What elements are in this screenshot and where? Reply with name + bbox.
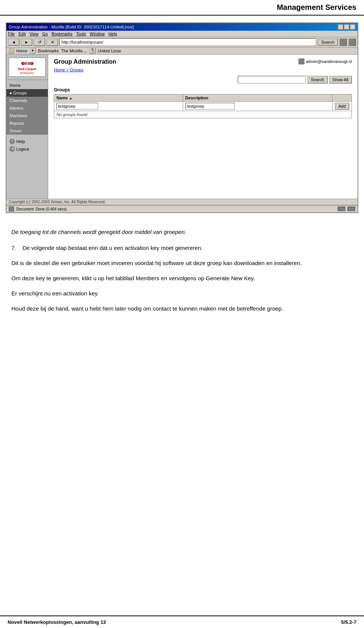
body-text-section: De toegang tot de channels wordt geregel… [0,220,364,327]
groups-title: Groups [54,87,352,93]
address-bar [60,38,316,46]
bookmark-home[interactable]: Home [16,49,27,53]
para2: Om deze key te genereren, klikt u op het… [11,274,353,283]
main-title: Group Administration [54,58,116,65]
main-content-area: Group Administration admin@sandevanvugt.… [48,55,358,199]
footer-right: 5/5.2-7 [341,619,356,625]
table-header-action [333,94,352,102]
statusbar-icon2 [348,207,355,211]
sidebar-bottom: ? Help ⇥ Logout [6,138,48,153]
show-all-button[interactable]: Show All [329,76,352,83]
sidebar-item-machines[interactable]: Machines [6,112,48,119]
table-row-no-groups: No groups found [54,111,352,118]
sort-arrow-icon: ▲ [69,96,72,100]
minimize-button[interactable]: _ [338,24,343,30]
sidebar: ⇐⇒ Red Carpet Enterprise Home ● Groups C… [6,55,48,199]
para4: Houd deze bij de hand, want u hebt hem l… [11,304,353,313]
add-button[interactable]: Add [335,103,349,110]
add-description-input[interactable] [185,103,235,110]
add-name-input[interactable] [56,103,98,110]
sidebar-item-channels[interactable]: Channels [6,97,48,104]
add-description-cell [183,102,333,111]
browser-icon2 [348,38,356,46]
logout-icon: ⇥ [9,146,15,152]
sidebar-item-home[interactable]: Home [6,82,48,89]
bookmark-bookmarks[interactable]: Bookmarks [38,49,59,53]
para3: Er verschijnt nu een activation key. [11,289,353,298]
close-button[interactable]: ✕ [350,24,355,30]
browser-search-button[interactable]: Search [318,39,338,46]
sidebar-item-server[interactable]: Server [6,127,48,135]
table-header-name: Name ▲ [54,94,183,102]
footer-left: Novell Netwerkoplossingen, aanvulling 13 [8,619,106,625]
menu-view[interactable]: View [30,31,39,36]
table-row-add: Add [54,102,352,111]
logout-label: Logout [16,147,29,151]
menu-help[interactable]: Help [108,31,117,36]
browser-titlebar: Group Administration - Mozilla [Build ID… [6,23,358,31]
sidebar-item-groups[interactable]: ● Groups [6,89,48,97]
browser-toolbar: ◄ ► ↺ ✕ Search [6,37,358,47]
groups-table: Name ▲ Description [54,94,352,118]
para1: Dit is de sleutel die een gebruiker moet… [11,259,353,268]
menu-bookmarks[interactable]: Bookmarks [52,31,72,36]
status-text: Document: Done (0.464 secs) [16,207,67,211]
admin-email: admin@sandevanvugt.nl [306,59,352,64]
page-footer: Novell Netwerkoplossingen, aanvulling 13… [0,615,364,628]
add-button-cell: Add [333,102,352,111]
forward-button[interactable]: ► [21,39,32,46]
caption-paragraph: De toegang tot de channels wordt geregel… [11,228,353,237]
browser-window: Group Administration - Mozilla [Build ID… [6,22,358,213]
address-input[interactable] [60,38,316,46]
admin-icon [298,58,304,64]
sidebar-item-help[interactable]: ? Help [6,138,48,145]
page-title: Management Services [8,3,356,12]
sidebar-logo: ⇐⇒ Red Carpet Enterprise [6,55,48,80]
search-button[interactable]: Search [308,76,328,83]
browser-statusbar: Document: Done (0.464 secs) [6,205,358,212]
window-controls: _ □ ✕ [338,24,355,30]
menu-edit[interactable]: Edit [19,31,26,36]
sidebar-item-logout[interactable]: ⇥ Logout [6,145,48,153]
bookmark-mozilla[interactable]: The Mozilla ... [61,49,87,53]
menu-file[interactable]: File [8,31,15,36]
browser-title-text: Group Administration - Mozilla [Build ID… [9,25,134,29]
logo-arrows-icon: ⇐⇒ [21,60,34,67]
menu-go[interactable]: Go [42,31,48,36]
step7-text: De volgende stap bestaat erin dat u een … [22,245,202,251]
browser-icon [339,38,347,46]
browser-bookmarks-bar: 🏠 Home ★ Bookmarks The Mozilla ... 🐧 Uni… [6,47,358,55]
menu-window[interactable]: Window [90,31,105,36]
table-header-description: Description [183,94,333,102]
back-button[interactable]: ◄ [8,39,19,46]
reload-button[interactable]: ↺ [34,39,45,46]
menu-tools[interactable]: Tools [76,31,86,36]
bookmarks-icon: ★ [30,48,36,53]
sidebar-nav: Home ● Groups Channels Admins Machines R… [6,82,48,135]
copyright-text: Copyright (c) 2002-2003 Ximian, Inc. All… [9,200,106,204]
bookmark-unitedlinux[interactable]: United Linux [98,49,121,53]
logo-redcarpet: Red Carpet [18,67,36,71]
step7-number: 7. [11,245,16,251]
search-bar: Search Show All [54,76,352,83]
home-icon: 🏠 [8,48,14,53]
logo-box: ⇐⇒ Red Carpet Enterprise [9,58,46,77]
browser-content: ⇐⇒ Red Carpet Enterprise Home ● Groups C… [6,55,358,199]
help-label: Help [16,139,25,144]
breadcrumb[interactable]: Home > Groups [54,68,352,72]
groups-section: Groups Name ▲ Description [54,87,352,118]
sidebar-item-admins[interactable]: Admins [6,104,48,112]
main-header: Group Administration admin@sandevanvugt.… [54,58,352,65]
help-icon: ? [9,139,15,144]
united-linux-icon: 🐧 [89,48,96,53]
step7-paragraph: 7. De volgende stap bestaat erin dat u e… [11,243,353,253]
admin-info: admin@sandevanvugt.nl [298,58,352,64]
sidebar-item-reports[interactable]: Reports [6,119,48,127]
stop-button[interactable]: ✕ [47,39,58,46]
logo-enterprise: Enterprise [20,71,34,75]
status-icon [9,206,14,212]
maximize-button[interactable]: □ [344,24,349,30]
groups-search-input[interactable] [238,76,306,83]
browser-footer: Copyright (c) 2002-2003 Ximian, Inc. All… [6,199,358,205]
page-header: Management Services [0,0,364,16]
